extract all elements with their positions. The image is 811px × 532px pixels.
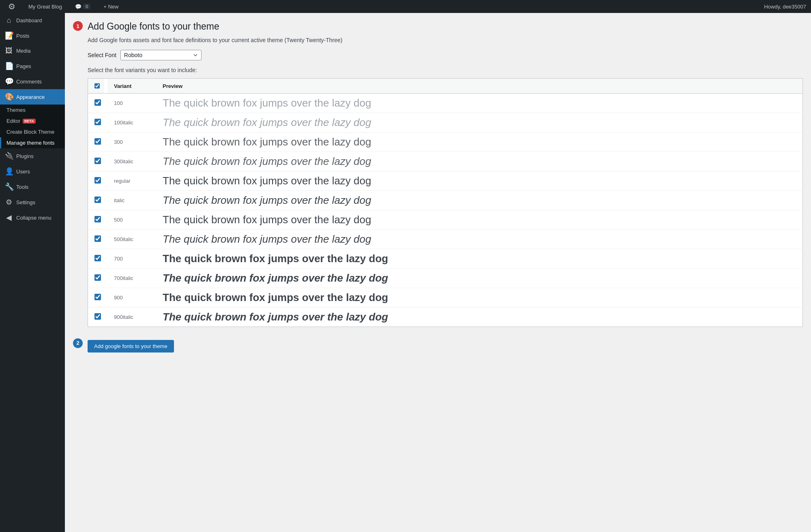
- variant-name: 500: [107, 210, 156, 230]
- plugins-icon: 🔌: [5, 152, 13, 160]
- variant-checkbox-100[interactable]: [94, 99, 101, 106]
- step2-badge: 2: [73, 338, 83, 348]
- variant-name: regular: [107, 171, 156, 191]
- variant-checkbox-700italic[interactable]: [94, 274, 101, 281]
- sidebar-item-tools[interactable]: 🔧 Tools: [0, 179, 65, 194]
- sidebar-label-appearance: Appearance: [16, 94, 45, 100]
- howdy-text: Howdy, dee35007: [764, 4, 806, 10]
- variant-checkbox-700[interactable]: [94, 255, 101, 261]
- sidebar-item-users[interactable]: 👤 Users: [0, 164, 65, 179]
- col-header-check: [88, 79, 104, 93]
- content-area: 1 Add Google fonts to your theme Add Goo…: [65, 13, 811, 532]
- select-all-checkbox[interactable]: [94, 83, 100, 89]
- comment-count: 0: [83, 4, 90, 9]
- sidebar-label-tools: Tools: [16, 184, 28, 190]
- sidebar-item-plugins[interactable]: 🔌 Plugins: [0, 148, 65, 164]
- wp-icon: ⚙: [8, 2, 15, 11]
- variant-name: 300italic: [107, 152, 156, 171]
- sidebar-label-editor: Editor: [6, 118, 20, 124]
- sidebar-item-settings[interactable]: ⚙ Settings: [0, 194, 65, 210]
- sidebar-item-manage-theme-fonts[interactable]: Manage theme fonts: [0, 137, 65, 148]
- admin-bar: ⚙ My Great Blog 💬 0 + New Howdy, dee3500…: [0, 0, 811, 13]
- table-row: 900The quick brown fox jumps over the la…: [88, 288, 803, 308]
- media-icon: 🖼: [5, 47, 13, 55]
- select-font-row: Select Font Roboto Open Sans Lato Montse…: [88, 50, 803, 60]
- variant-preview: The quick brown fox jumps over the lazy …: [156, 191, 803, 210]
- sidebar-label-manage-theme-fonts: Manage theme fonts: [6, 140, 55, 146]
- step1-badge: 1: [73, 21, 83, 31]
- variant-checkbox-500[interactable]: [94, 216, 101, 222]
- sidebar-label-themes: Themes: [6, 107, 26, 113]
- variant-checkbox-900italic[interactable]: [94, 313, 101, 320]
- page-subtitle: Add Google fonts assets and font face de…: [88, 37, 803, 43]
- comments-icon: 💬: [5, 77, 13, 86]
- sidebar-label-dashboard: Dashboard: [16, 17, 42, 24]
- comments-button[interactable]: 💬 0: [72, 0, 94, 13]
- sidebar-label-plugins: Plugins: [16, 153, 34, 159]
- variant-preview: The quick brown fox jumps over the lazy …: [156, 269, 803, 288]
- variant-name: 900: [107, 288, 156, 308]
- pages-icon: 📄: [5, 62, 13, 71]
- variant-checkbox-100italic[interactable]: [94, 119, 101, 125]
- variant-checkbox-italic[interactable]: [94, 197, 101, 203]
- variant-name: 100italic: [107, 113, 156, 132]
- variant-preview: The quick brown fox jumps over the lazy …: [156, 152, 803, 171]
- variants-table-body: 100The quick brown fox jumps over the la…: [88, 94, 803, 327]
- site-name-button[interactable]: My Great Blog: [25, 0, 65, 13]
- posts-icon: 📝: [5, 31, 13, 40]
- sidebar-nav: ⌂ Dashboard 📝 Posts 🖼 Media 📄 Pages 💬 Co…: [0, 13, 65, 225]
- variant-preview: The quick brown fox jumps over the lazy …: [156, 132, 803, 152]
- variant-preview: The quick brown fox jumps over the lazy …: [156, 249, 803, 269]
- variant-checkbox-300[interactable]: [94, 138, 101, 145]
- variant-name: 700: [107, 249, 156, 269]
- page-title: Add Google fonts to your theme: [88, 21, 803, 32]
- variant-preview: The quick brown fox jumps over the lazy …: [156, 210, 803, 230]
- sidebar-item-dashboard[interactable]: ⌂ Dashboard: [0, 13, 65, 28]
- sidebar-item-editor[interactable]: Editor beta: [0, 115, 65, 126]
- variant-preview: The quick brown fox jumps over the lazy …: [156, 230, 803, 249]
- variant-name: 700italic: [107, 269, 156, 288]
- variant-name: 900italic: [107, 308, 156, 327]
- variant-checkbox-300italic[interactable]: [94, 158, 101, 164]
- add-google-fonts-button[interactable]: Add google fonts to your theme: [88, 340, 174, 353]
- new-label: + New: [103, 4, 118, 10]
- variant-name: italic: [107, 191, 156, 210]
- beta-badge: beta: [23, 119, 36, 124]
- sidebar-item-media[interactable]: 🖼 Media: [0, 43, 65, 58]
- variant-checkbox-regular[interactable]: [94, 177, 101, 184]
- variant-checkbox-900[interactable]: [94, 294, 101, 300]
- site-name: My Great Blog: [28, 4, 62, 10]
- variants-label: Select the font variants you want to inc…: [88, 67, 803, 73]
- table-row: italicThe quick brown fox jumps over the…: [88, 191, 803, 210]
- variant-name: 300: [107, 132, 156, 152]
- sidebar-label-collapse: Collapse menu: [16, 215, 51, 221]
- variant-checkbox-500italic[interactable]: [94, 235, 101, 242]
- users-icon: 👤: [5, 167, 13, 176]
- main-layout: ⌂ Dashboard 📝 Posts 🖼 Media 📄 Pages 💬 Co…: [0, 13, 811, 532]
- sidebar-item-create-block-theme[interactable]: Create Block Theme: [0, 126, 65, 137]
- sidebar-item-pages[interactable]: 📄 Pages: [0, 58, 65, 74]
- table-row: 500The quick brown fox jumps over the la…: [88, 210, 803, 230]
- sidebar-item-comments[interactable]: 💬 Comments: [0, 74, 65, 89]
- table-row: 100The quick brown fox jumps over the la…: [88, 94, 803, 113]
- table-row: 300The quick brown fox jumps over the la…: [88, 132, 803, 152]
- comment-icon: 💬: [75, 4, 82, 10]
- table-row: 900italicThe quick brown fox jumps over …: [88, 308, 803, 327]
- appearance-submenu: Themes Editor beta Create Block Theme Ma…: [0, 105, 65, 148]
- col-header-variant: Variant: [107, 79, 156, 94]
- variant-preview: The quick brown fox jumps over the lazy …: [156, 308, 803, 327]
- collapse-icon: ◀: [5, 213, 13, 222]
- sidebar-item-appearance[interactable]: 🎨 Appearance: [0, 89, 65, 105]
- appearance-icon: 🎨: [5, 92, 13, 101]
- wp-logo-button[interactable]: ⚙: [5, 0, 19, 13]
- new-content-button[interactable]: + New: [100, 0, 122, 13]
- sidebar-item-collapse[interactable]: ◀ Collapse menu: [0, 210, 65, 225]
- sidebar-label-settings: Settings: [16, 199, 35, 205]
- sidebar-item-posts[interactable]: 📝 Posts: [0, 28, 65, 43]
- font-select[interactable]: Roboto Open Sans Lato Montserrat Oswald: [120, 50, 202, 60]
- select-font-label: Select Font: [88, 52, 116, 58]
- sidebar-label-create-block-theme: Create Block Theme: [6, 129, 54, 135]
- sidebar-label-pages: Pages: [16, 63, 31, 69]
- sidebar-item-themes[interactable]: Themes: [0, 105, 65, 115]
- variant-name: 100: [107, 94, 156, 113]
